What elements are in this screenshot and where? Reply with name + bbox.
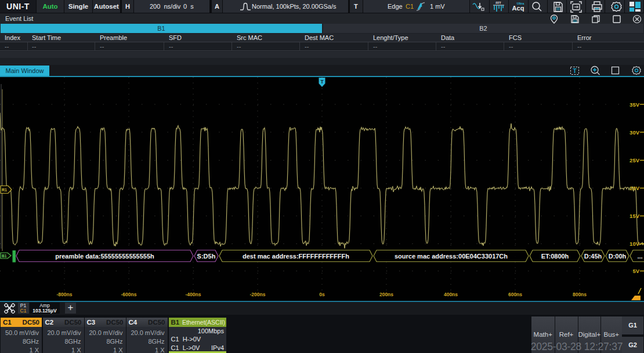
svg-text:preamble data:55555555555555h: preamble data:55555555555555h: [55, 253, 154, 260]
svg-text:-800ns: -800ns: [57, 292, 73, 297]
svg-text:800ns: 800ns: [573, 292, 587, 297]
svg-text:600ns: 600ns: [508, 292, 522, 297]
svg-text:25V: 25V: [629, 157, 640, 163]
svg-text:-200ns: -200ns: [250, 292, 266, 297]
svg-text:...: ...: [637, 253, 642, 260]
svg-text:-400ns: -400ns: [186, 292, 201, 297]
svg-text:35V: 35V: [629, 101, 640, 108]
svg-text:T: T: [573, 67, 577, 74]
svg-text:D:00h: D:00h: [609, 253, 627, 260]
svg-text:source mac address:00E04C33017: source mac address:00E04C33017Ch: [395, 253, 508, 260]
svg-text:B1: B1: [2, 254, 7, 258]
svg-text:FFT: FFT: [495, 1, 501, 5]
svg-text:S:D5h: S:D5h: [197, 253, 216, 260]
svg-text:T: T: [320, 79, 324, 85]
svg-text:20V: 20V: [629, 185, 640, 191]
svg-text:10V: 10V: [629, 241, 640, 247]
svg-text:-600ns: -600ns: [121, 292, 137, 297]
svg-text:0s: 0s: [319, 292, 325, 297]
svg-text:dest mac address:FFFFFFFFFFFFh: dest mac address:FFFFFFFFFFFFh: [243, 253, 349, 260]
svg-text:400ns: 400ns: [444, 292, 458, 297]
svg-text:5V: 5V: [632, 268, 639, 274]
svg-text:ET:0800h: ET:0800h: [541, 253, 569, 260]
svg-text:R1: R1: [2, 188, 7, 192]
svg-text:15V: 15V: [629, 213, 640, 219]
svg-text:30V: 30V: [629, 129, 640, 136]
svg-text:Acq: Acq: [512, 5, 524, 12]
svg-text:200ns: 200ns: [379, 292, 393, 297]
svg-text:D:45h: D:45h: [584, 253, 602, 260]
